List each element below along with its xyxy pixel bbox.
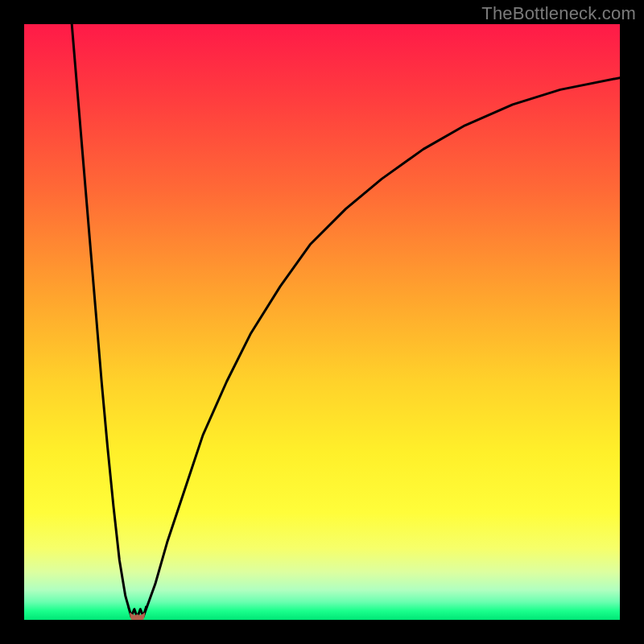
bottleneck-curve bbox=[24, 24, 620, 620]
plot-area bbox=[24, 24, 620, 620]
chart-frame: TheBottleneck.com bbox=[0, 0, 644, 644]
watermark-text: TheBottleneck.com bbox=[481, 3, 636, 24]
bottleneck-curve-path bbox=[72, 24, 620, 617]
